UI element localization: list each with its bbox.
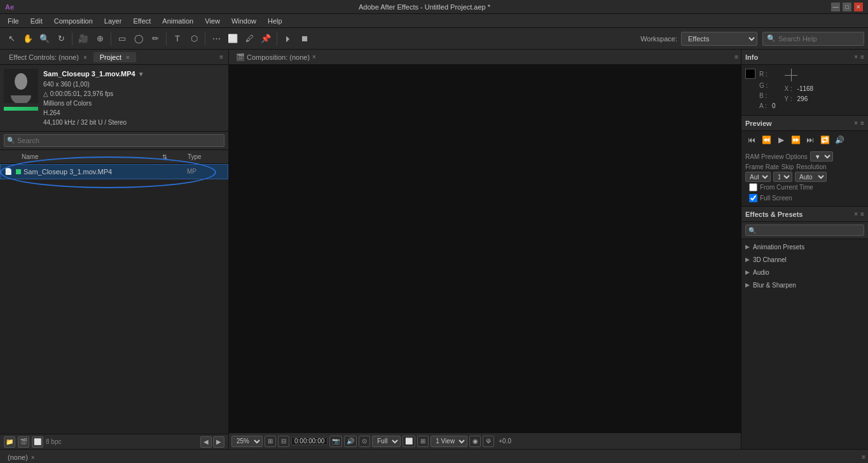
full-screen-check[interactable] — [749, 194, 757, 202]
tool-pan-behind[interactable]: ⊕ — [92, 31, 107, 46]
left-panel-menu[interactable]: ≡ — [217, 53, 226, 60]
quality-selector[interactable]: Full — [372, 436, 401, 447]
tool-shape[interactable]: ⬡ — [186, 31, 202, 46]
tool-hand[interactable]: ✋ — [20, 31, 36, 46]
info-panel-close[interactable]: × — [854, 53, 858, 60]
main-layout: Effect Controls: (none) × Project × ≡ Sa… — [0, 50, 868, 449]
close-button[interactable]: ✕ — [854, 3, 863, 11]
info-x-label: X : — [785, 85, 797, 92]
minimize-button[interactable]: — — [831, 3, 840, 11]
effects-panel-menu[interactable]: ≡ — [860, 211, 864, 218]
file-name-arrow: ▼ — [138, 69, 144, 79]
composition-view — [229, 65, 741, 432]
new-comp-btn[interactable]: 🎬 — [18, 436, 29, 448]
comp-solo-btn[interactable]: ⊙ — [359, 436, 370, 447]
effects-panel-close[interactable]: × — [854, 211, 858, 218]
effects-item-blur[interactable]: ▶ Blur & Sharpen — [741, 279, 868, 291]
workspace-selector[interactable]: Effects — [681, 32, 757, 46]
tool-stop[interactable]: ⏹ — [297, 31, 312, 46]
file-duration: △ 0:00:05:01, 23,976 fps — [43, 89, 224, 99]
menu-file[interactable]: File — [3, 16, 24, 26]
effect-controls-close[interactable]: × — [83, 54, 87, 61]
comp-region-btn[interactable]: ⬜ — [403, 436, 415, 447]
project-search-input[interactable] — [17, 137, 221, 144]
info-a-row: A : 0 — [745, 102, 776, 109]
comp-fit-btn[interactable]: ⊞ — [265, 436, 276, 447]
tool-rect-mask[interactable]: ▭ — [114, 31, 130, 46]
search-help-box[interactable]: 🔍 — [762, 32, 864, 46]
timeline-area: (none) × ≡ 🔍 ⊞ ⊟ ⊕ ⊗ ▶ ⊙ ⋯ ↻ ⬤ 👁 🔊 🔒 # — [0, 449, 868, 463]
menu-window[interactable]: Window — [226, 16, 261, 26]
timeline-tab-menu[interactable]: ≡ — [862, 453, 865, 460]
new-solid-btn[interactable]: ⬜ — [32, 436, 43, 448]
menu-view[interactable]: View — [200, 16, 225, 26]
comp-grid2-btn[interactable]: ⊞ — [417, 436, 429, 447]
scroll-right-btn[interactable]: ▶ — [213, 436, 224, 448]
skip-selector[interactable]: 1 — [773, 172, 792, 182]
tool-camera[interactable]: 🎥 — [76, 31, 91, 46]
tool-play[interactable]: ⏵ — [280, 31, 296, 46]
preview-panel-menu[interactable]: ≡ — [860, 120, 864, 127]
preview-to-start[interactable]: ⏮ — [745, 134, 758, 146]
info-panel-menu[interactable]: ≡ — [860, 53, 864, 60]
project-item-0[interactable]: 📄 Sam_Closeup 3_1.mov.MP4 MP — [0, 164, 228, 179]
preview-step-fwd[interactable]: ⏩ — [789, 134, 802, 146]
comp-expand-btn[interactable]: ⟱ — [483, 436, 494, 447]
tab-project[interactable]: Project × — [93, 52, 136, 62]
tool-text[interactable]: T — [170, 31, 185, 46]
expand-arrow-animation: ▶ — [745, 244, 753, 250]
comp-render-btn[interactable]: ◉ — [469, 436, 481, 447]
preview-play[interactable]: ▶ — [775, 134, 787, 146]
effects-panel-title: Effects & Presets — [745, 211, 803, 218]
search-help-input[interactable] — [778, 35, 860, 43]
tool-clone[interactable]: ⋯ — [209, 31, 224, 46]
left-panel-tabs: Effect Controls: (none) × Project × ≡ — [0, 50, 228, 65]
tool-rotate[interactable]: ↻ — [53, 31, 69, 46]
preview-panel-close[interactable]: × — [854, 120, 858, 127]
ram-preview-selector[interactable]: ▼ — [810, 151, 833, 162]
effects-item-3d-channel[interactable]: ▶ 3D Channel — [741, 253, 868, 266]
from-current-time-check[interactable] — [749, 183, 757, 191]
menu-layer[interactable]: Layer — [99, 16, 127, 26]
comp-grid-btn[interactable]: ⊟ — [278, 436, 289, 447]
views-selector[interactable]: 1 View — [431, 436, 467, 447]
frame-rate-selector[interactable]: Auto — [745, 172, 771, 182]
menu-composition[interactable]: Composition — [49, 16, 98, 26]
menu-edit[interactable]: Edit — [25, 16, 48, 26]
preview-loop[interactable]: 🔁 — [818, 134, 831, 146]
zoom-selector[interactable]: 25% — [231, 436, 263, 447]
tool-roto[interactable]: 🖊 — [242, 31, 257, 46]
tool-select[interactable]: ↖ — [4, 31, 19, 46]
tool-eraser[interactable]: ⬜ — [225, 31, 240, 46]
comp-audio-btn[interactable]: 🔊 — [344, 436, 357, 447]
menu-animation[interactable]: Animation — [157, 16, 198, 26]
preview-to-end[interactable]: ⏭ — [804, 134, 816, 146]
comp-camera-btn[interactable]: 📷 — [329, 436, 342, 447]
project-close[interactable]: × — [126, 54, 130, 61]
tab-composition[interactable]: 🎬 Composition: (none) × — [231, 52, 321, 62]
composition-tab-close[interactable]: × — [312, 53, 316, 60]
preview-step-back[interactable]: ⏪ — [760, 134, 773, 146]
scroll-left-btn[interactable]: ◀ — [200, 436, 212, 448]
maximize-button[interactable]: □ — [843, 3, 851, 11]
tab-effect-controls[interactable]: Effect Controls: (none) × — [3, 52, 93, 62]
effects-item-animation-presets[interactable]: ▶ Animation Presets — [741, 240, 868, 253]
effects-item-audio[interactable]: ▶ Audio — [741, 266, 868, 279]
tool-pen[interactable]: ✏ — [148, 31, 163, 46]
menu-help[interactable]: Help — [263, 16, 287, 26]
timeline-tab-close[interactable]: × — [31, 454, 35, 461]
search-icon: 🔍 — [767, 34, 776, 43]
composition-panel-menu[interactable]: ≡ — [734, 53, 738, 60]
menu-effect[interactable]: Effect — [128, 16, 156, 26]
tool-ellipse-mask[interactable]: ◯ — [131, 31, 146, 46]
preview-audio[interactable]: 🔊 — [833, 134, 846, 146]
tool-puppet[interactable]: 📌 — [258, 31, 273, 46]
effects-search-icon: 🔍 — [748, 227, 756, 234]
resolution-selector[interactable]: Auto — [795, 172, 827, 182]
project-search-box[interactable]: 🔍 — [4, 134, 224, 147]
effects-search-input[interactable] — [759, 227, 861, 234]
effects-search-box[interactable]: 🔍 — [745, 225, 864, 236]
tool-zoom[interactable]: 🔍 — [37, 31, 52, 46]
new-folder-btn[interactable]: 📁 — [4, 436, 15, 448]
timeline-tab-none[interactable]: (none) × — [3, 452, 40, 462]
